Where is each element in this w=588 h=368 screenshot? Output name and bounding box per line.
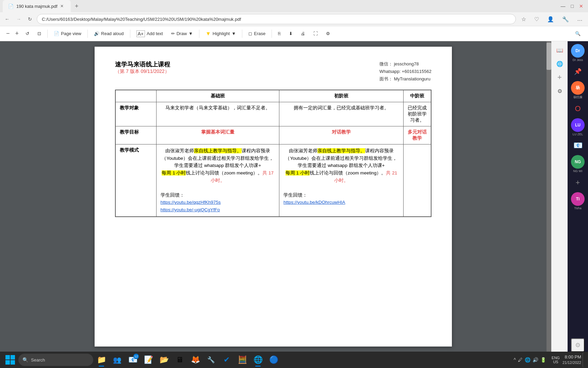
tray-volume-icon[interactable]: 🔊 <box>533 357 538 363</box>
show-desktop-button[interactable] <box>583 352 585 367</box>
panel-add-icon[interactable]: + <box>571 176 585 189</box>
panel-user-dr-jess: Dr Dr Jess <box>571 44 585 62</box>
active-tab[interactable]: 📄 190 kata majmuk.pdf ✕ <box>3 0 71 12</box>
separator-3 <box>130 30 130 38</box>
print-button[interactable]: 🖨 <box>297 29 309 38</box>
fullscreen-button[interactable]: ⛶ <box>310 29 321 38</box>
start-button[interactable] <box>3 352 18 367</box>
scrollbar-thumb[interactable] <box>546 43 551 70</box>
pdf-page: 速学马来语线上课程 （第 7 版本 09/11/2022） 微信： jessch… <box>95 47 452 347</box>
new-tab-button[interactable]: + <box>72 2 81 11</box>
svg-rect-0 <box>5 355 10 359</box>
highlight-button[interactable]: ▼ Highlight ▼ <box>202 29 239 39</box>
close-button[interactable]: ✕ <box>577 2 585 10</box>
copy-icon: ⎘ <box>278 31 281 36</box>
tray-battery-icon[interactable]: 🔋 <box>540 357 546 363</box>
read-aloud-button[interactable]: 🔊 Read aloud <box>91 29 127 38</box>
taskbar-search-box[interactable]: 🔍 Search <box>18 354 93 366</box>
page-view-button[interactable]: 📄 Page view <box>50 29 85 38</box>
language-indicator[interactable]: ENG US <box>552 356 560 364</box>
teams-icon: 👥 <box>113 356 121 364</box>
youtube-link-2[interactable]: https://youtu.be/-ugiQCgYfFo <box>161 207 220 212</box>
table-header-row: 基础班 初阶班 中阶班 <box>115 90 431 102</box>
settings-more-icon[interactable]: … <box>574 15 585 24</box>
search-text: Search <box>31 357 45 363</box>
search-button[interactable]: 🔍 <box>572 29 584 38</box>
link-basic-2[interactable]: https://youtu.be/-ugiQCgYfFo <box>161 206 275 214</box>
cell-mode-intermediate <box>403 144 431 217</box>
favorites-icon[interactable]: ☆ <box>519 15 529 24</box>
extensions-icon[interactable]: 🔧 <box>559 15 572 24</box>
taskbar-app-teams[interactable]: 👥 <box>110 352 125 367</box>
taskbar-app-remote[interactable]: 🖥 <box>172 352 187 367</box>
label-yang: 杨恺豫 <box>573 95 583 99</box>
taskbar-app-tasks[interactable]: ✔ <box>219 352 234 367</box>
lang-text: ENG <box>552 356 560 360</box>
svg-rect-1 <box>11 355 15 359</box>
tool-icon: 🔧 <box>207 356 215 364</box>
cell-target-elementary: 拥有一定的词汇量，已经完成基础班学习者。 <box>279 102 403 126</box>
tab-bar: 📄 190 kata majmuk.pdf ✕ + — □ ✕ <box>0 0 588 12</box>
sidebar-translate-button[interactable]: 🌐 <box>554 58 566 70</box>
pdf-scroll-area[interactable]: 速学马来语线上课程 （第 7 版本 09/11/2022） 微信： jessch… <box>0 41 546 352</box>
taskbar-app-zoom[interactable]: 🔵 <box>266 352 281 367</box>
system-clock[interactable]: 8:00 PM 21/12/2022 <box>562 354 581 366</box>
maximize-button[interactable]: □ <box>569 2 576 10</box>
rotate-button[interactable]: ↺ <box>22 29 33 38</box>
address-input[interactable] <box>37 14 516 24</box>
right-sidebar: 📖 🌐 + ⚙ <box>551 41 568 352</box>
youtube-link-1[interactable]: https://youtu.be/qqzHfKh975s <box>161 200 221 205</box>
forward-button[interactable]: → <box>14 15 23 23</box>
youtube-link-3[interactable]: https://youtu.be/kDOhrcuwHIA <box>283 200 345 205</box>
taskbar-app-explorer2[interactable]: 📂 <box>157 352 172 367</box>
explorer2-icon: 📂 <box>160 355 169 364</box>
taskbar-app-edge[interactable]: 🌐 <box>250 352 265 367</box>
zoom-in-button[interactable]: + <box>13 29 21 38</box>
address-bar-row: ← → ↻ ☆ ♡ 👤 🔧 … <box>0 12 588 26</box>
erase-button[interactable]: ◻ Erase <box>245 29 269 38</box>
minimize-button[interactable]: — <box>559 2 568 10</box>
add-text-label: Add text <box>147 31 163 36</box>
system-tray: ^ 🖊 🌐 🔊 🔋 ENG US 8:00 PM 21/12/2022 <box>514 352 585 367</box>
taskbar-app-tool[interactable]: 🔧 <box>203 352 218 367</box>
settings-icon: ⚙ <box>326 31 330 36</box>
taskbar-app-stickynotes[interactable]: 📝 <box>141 352 156 367</box>
tray-show-hidden[interactable]: ^ <box>514 357 516 363</box>
copy-button[interactable]: ⎘ <box>275 29 284 38</box>
settings-button[interactable]: ⚙ <box>323 29 333 38</box>
panel-user-yang: 杨 杨恺豫 <box>571 81 585 99</box>
link-elementary-1[interactable]: https://youtu.be/kDOhrcuwHIA <box>283 199 399 206</box>
sidebar-read-button[interactable]: 📖 <box>554 44 566 56</box>
remote-icon: 🖥 <box>176 355 183 364</box>
scrollbar-vertical[interactable] <box>546 41 551 352</box>
panel-bottom-settings[interactable]: ⚙ <box>571 338 585 352</box>
back-button[interactable]: ← <box>3 15 12 23</box>
add-text-button[interactable]: A+ Add text <box>133 28 166 39</box>
refresh-button[interactable]: ↻ <box>26 15 34 23</box>
hours-basic: 共 17 小时。 <box>211 170 274 183</box>
panel-outlook-icon[interactable]: 📧 <box>571 139 585 152</box>
taskbar-app-fileexplorer[interactable]: 📁 <box>94 352 109 367</box>
tab-close-button[interactable]: ✕ <box>60 4 64 9</box>
zoom-out-button[interactable]: − <box>4 29 12 38</box>
save-button[interactable]: ⬇ <box>285 29 296 38</box>
sidebar-add-button[interactable]: + <box>554 71 566 83</box>
region-text: US <box>553 360 558 364</box>
link-basic-1[interactable]: https://youtu.be/qqzHfKh975s <box>161 199 275 206</box>
fit-button[interactable]: ⊡ <box>34 29 45 38</box>
panel-office-icon[interactable]: O <box>571 102 585 116</box>
tray-network-icon[interactable]: 🌐 <box>525 357 530 363</box>
draw-button[interactable]: ✏ Draw ▼ <box>168 29 196 38</box>
sidebar-settings-button[interactable]: ⚙ <box>554 85 566 97</box>
highlight-span-3: 亲自线上教学与指导。 <box>317 148 365 153</box>
favorites-bar-icon[interactable]: ♡ <box>532 15 542 24</box>
taskbar-app-outlook[interactable]: 📧 12 <box>125 352 140 367</box>
taskbar-app-firefox[interactable]: 🦊 <box>188 352 203 367</box>
tray-pen-icon[interactable]: 🖊 <box>518 357 523 363</box>
label-tisha: Tisha <box>574 206 582 210</box>
highlight-label: Highlight <box>213 31 230 36</box>
profile-icon[interactable]: 👤 <box>544 15 557 24</box>
taskbar-app-calculator[interactable]: 🧮 <box>235 352 250 367</box>
panel-pin-icon[interactable]: 📌 <box>571 65 585 78</box>
label-lu: LU ZEL <box>573 133 583 136</box>
